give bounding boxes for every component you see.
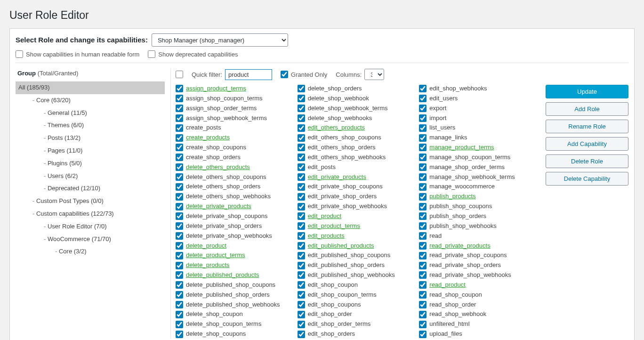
capability-label[interactable]: edit_others_shop_orders: [308, 143, 376, 152]
capability-label[interactable]: manage_shop_webhook_terms: [429, 173, 515, 182]
capability-checkbox[interactable]: [176, 222, 183, 230]
select-all-checkbox[interactable]: [176, 71, 183, 78]
capability-checkbox[interactable]: [176, 331, 183, 338]
capability-checkbox[interactable]: [176, 95, 183, 102]
show-human-readable-checkbox[interactable]: [16, 50, 23, 58]
capability-label[interactable]: edit_private_shop_coupons: [308, 182, 383, 191]
capability-label[interactable]: assign_shop_order_terms: [186, 104, 257, 113]
capability-checkbox[interactable]: [298, 173, 305, 181]
capability-label[interactable]: assign_shop_coupon_terms: [186, 94, 263, 103]
capability-label[interactable]: delete_published_products: [186, 271, 259, 280]
capability-label[interactable]: delete_private_products: [186, 202, 251, 211]
capability-label[interactable]: edit_product: [308, 212, 342, 221]
capability-label[interactable]: edit_private_products: [308, 173, 366, 182]
capability-label[interactable]: export: [429, 104, 446, 113]
capability-checkbox[interactable]: [298, 222, 305, 230]
capability-label[interactable]: delete_shop_coupon_terms: [186, 320, 261, 329]
group-tree-item[interactable]: Deprecated (12/10): [16, 182, 165, 195]
capability-checkbox[interactable]: [419, 183, 427, 191]
capability-checkbox[interactable]: [176, 154, 183, 161]
capability-label[interactable]: unfiltered_html: [429, 320, 469, 329]
capability-checkbox[interactable]: [298, 114, 305, 122]
capability-label[interactable]: edit_posts: [308, 163, 336, 172]
group-tree-item[interactable]: User Role Editor (7/0): [16, 220, 165, 233]
capability-label[interactable]: manage_woocommerce: [429, 182, 495, 191]
add-capability-button[interactable]: Add Capability: [546, 137, 628, 151]
capability-label[interactable]: manage_shop_order_terms: [429, 163, 505, 172]
group-tree-item[interactable]: Themes (6/0): [16, 119, 165, 132]
capability-checkbox[interactable]: [298, 232, 305, 240]
capability-checkbox[interactable]: [298, 242, 305, 250]
capability-checkbox[interactable]: [419, 222, 427, 230]
capability-checkbox[interactable]: [298, 262, 305, 269]
capability-checkbox[interactable]: [176, 252, 183, 259]
capability-checkbox[interactable]: [419, 85, 427, 92]
capability-checkbox[interactable]: [419, 163, 427, 171]
group-tree-item[interactable]: Posts (13/2): [16, 132, 165, 145]
capability-label[interactable]: delete_shop_coupons: [186, 330, 246, 338]
capability-label[interactable]: assign_product_terms: [186, 84, 246, 93]
capability-checkbox[interactable]: [419, 134, 427, 142]
capability-label[interactable]: publish_shop_coupons: [429, 202, 492, 211]
capability-label[interactable]: publish_shop_webhooks: [429, 222, 496, 231]
capability-label[interactable]: edit_published_shop_coupons: [308, 251, 391, 260]
capability-checkbox[interactable]: [176, 193, 183, 201]
capability-checkbox[interactable]: [176, 291, 183, 299]
capability-checkbox[interactable]: [419, 311, 427, 318]
capability-label[interactable]: edit_shop_coupon: [308, 281, 358, 290]
capability-checkbox[interactable]: [419, 331, 427, 338]
capability-checkbox[interactable]: [176, 311, 183, 318]
capability-checkbox[interactable]: [298, 321, 305, 328]
capability-checkbox[interactable]: [298, 95, 305, 102]
capability-checkbox[interactable]: [176, 203, 183, 210]
capability-checkbox[interactable]: [298, 281, 305, 289]
capability-label[interactable]: edit_shop_orders: [308, 330, 355, 338]
capability-label[interactable]: delete_shop_webhook: [308, 94, 369, 103]
capability-label[interactable]: read: [429, 232, 442, 241]
capability-checkbox[interactable]: [298, 193, 305, 201]
group-tree-item[interactable]: Custom Post Types (0/0): [16, 195, 165, 208]
capability-label[interactable]: edit_private_shop_webhooks: [308, 202, 387, 211]
capability-label[interactable]: edit_private_shop_orders: [308, 192, 377, 201]
capability-label[interactable]: delete_shop_webhook_terms: [308, 104, 388, 113]
capability-label[interactable]: upload_files: [429, 330, 462, 338]
capability-label[interactable]: delete_product: [186, 242, 226, 251]
capability-label[interactable]: delete_others_shop_coupons: [186, 173, 266, 182]
capability-label[interactable]: delete_private_shop_coupons: [186, 212, 267, 221]
capability-label[interactable]: edit_published_shop_orders: [308, 261, 385, 270]
capability-checkbox[interactable]: [419, 154, 427, 161]
capability-checkbox[interactable]: [298, 183, 305, 191]
capability-checkbox[interactable]: [176, 242, 183, 250]
capability-label[interactable]: import: [429, 114, 446, 123]
capability-checkbox[interactable]: [419, 114, 427, 122]
capability-label[interactable]: create_products: [186, 133, 230, 142]
capability-checkbox[interactable]: [176, 212, 183, 220]
capability-label[interactable]: create_shop_coupons: [186, 143, 246, 152]
capability-checkbox[interactable]: [298, 134, 305, 142]
capability-label[interactable]: delete_others_shop_webhooks: [186, 192, 271, 201]
show-deprecated-checkbox[interactable]: [148, 50, 155, 58]
capability-label[interactable]: edit_product_terms: [308, 222, 360, 231]
group-tree-item[interactable]: Core (63/20): [16, 94, 165, 107]
capability-checkbox[interactable]: [176, 114, 183, 122]
capability-label[interactable]: edit_shop_coupons: [308, 300, 361, 309]
group-tree-item[interactable]: Pages (11/0): [16, 145, 165, 157]
capability-checkbox[interactable]: [298, 154, 305, 161]
capability-label[interactable]: read_private_shop_webhooks: [429, 271, 511, 280]
capabilities-scroll[interactable]: assign_product_termsassign_shop_coupon_t…: [176, 84, 534, 338]
capability-checkbox[interactable]: [298, 212, 305, 220]
capability-checkbox[interactable]: [298, 311, 305, 318]
capability-checkbox[interactable]: [298, 105, 305, 112]
capability-label[interactable]: assign_shop_webhook_terms: [186, 114, 267, 123]
capability-label[interactable]: delete_shop_coupon: [186, 310, 243, 319]
capability-checkbox[interactable]: [419, 232, 427, 240]
capability-label[interactable]: read_shop_coupon: [429, 291, 482, 300]
capability-checkbox[interactable]: [298, 271, 305, 279]
group-tree-item[interactable]: All (185/93): [16, 81, 165, 94]
group-tree-item[interactable]: Users (6/2): [16, 170, 165, 183]
capability-label[interactable]: delete_product_terms: [186, 251, 245, 260]
group-tree-item[interactable]: Custom capabilities (122/73): [16, 208, 165, 220]
capability-checkbox[interactable]: [419, 281, 427, 289]
capability-checkbox[interactable]: [176, 262, 183, 269]
capability-checkbox[interactable]: [419, 105, 427, 112]
